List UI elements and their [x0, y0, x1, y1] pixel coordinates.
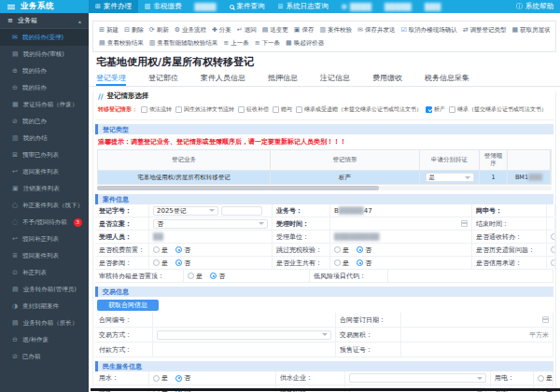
tab-tax-info-collect[interactable]: 税务信息采集	[425, 73, 469, 86]
topnav-system-help[interactable]: ⓘ系统帮助	[510, 0, 560, 13]
topnav-case-query[interactable]: 案件查询	[223, 0, 272, 13]
sidebar-item-my-todo-accept[interactable]: ✉我的待办(受理)	[0, 29, 89, 46]
evaluator-button[interactable]: ▦唤起评价器	[286, 39, 324, 48]
smart-doc-icon: ▥	[149, 39, 156, 47]
risk-value[interactable]	[388, 270, 553, 282]
checkbox-legal-document[interactable]: 因生效法律文书流转	[175, 105, 234, 114]
sidebar-item-returned-case-list[interactable]: ↩退回案件列表	[0, 163, 89, 180]
checkbox-property-division[interactable]: 析产	[426, 105, 445, 114]
radio-group-water[interactable]: 是否	[153, 373, 190, 383]
next-record-button[interactable]: ≡下一条	[255, 39, 280, 48]
return-button[interactable]: ↵退回	[237, 26, 257, 35]
cancel-onsite-confirm-button[interactable]: ☑取消办楼现场确认	[400, 26, 456, 35]
sidebar-item-correction-case-list-offline[interactable]: ○补正案件列表（线下）	[0, 197, 89, 214]
sidebar-item-done-box[interactable]: ⊘已办箱	[0, 348, 89, 365]
sidebar-item-cancel-case-list[interactable]: ▣注销案件列表	[0, 180, 89, 197]
app-window: 业务系统 ⊞案件办理 ▥非税缴费 ████ 案件查询 ☰系统日志查询 ●████…	[0, 0, 560, 392]
sidebar-item-my-done[interactable]: ⊘我的已办	[0, 113, 89, 130]
sidebar-item-my-closed[interactable]: ▥我的办结	[0, 130, 89, 147]
save-and-send-button[interactable]: ✉保存并发送	[357, 26, 395, 35]
target-icon: ⊙	[12, 269, 18, 276]
checkbox-gift[interactable]: 赠与	[273, 105, 292, 114]
tab-mortgage-info[interactable]: 抵押信息	[268, 73, 298, 86]
separate-cert-select[interactable]: 是	[426, 173, 474, 182]
sidebar-item-transfer-box-admin[interactable]: ▤业务转办箱(管理员)	[0, 281, 89, 298]
workflow-button[interactable]: ⚙业务流程	[175, 26, 206, 35]
save-button[interactable]: ▣保存	[294, 26, 315, 35]
checkbox-expropriation[interactable]: 征收补偿	[238, 105, 269, 114]
refresh-button[interactable]: ⟳刷新	[149, 26, 169, 35]
pay-mode-value[interactable]	[153, 343, 336, 357]
get-house-status-button[interactable]: ▦获取房屋状态	[512, 26, 550, 35]
radio-group-tax-first[interactable]: 是否	[153, 245, 190, 255]
end-time-label: 结束时间：	[472, 217, 547, 230]
case-check-button[interactable]: ▥案件校验	[319, 26, 352, 35]
view-smart-check-result-button[interactable]: ▥查看智能辅助校验结果	[149, 39, 218, 48]
checkbox-inherit-no-notary[interactable]: 继承或受遗赠（未提交继承公证书或司法文书）	[296, 105, 422, 114]
sidebar-item-reject-case-list[interactable]: ≣驳回案件列表	[0, 247, 89, 264]
sidebar-item-my-todo-review[interactable]: ▤我的待办(审核)	[0, 46, 89, 63]
tab-note-info[interactable]: 注记信息	[320, 73, 350, 86]
sidebar-item-seal-expire-cases[interactable]: ◑查封到期案件	[0, 298, 89, 315]
get-contract-info-button[interactable]: 获取合同信息	[97, 300, 159, 311]
reg-no-select[interactable]: 2025登记	[153, 206, 218, 216]
sidebar-item-correction-list[interactable]: ⊙补正列表	[0, 264, 89, 281]
view-check-result-button[interactable]: ▤查看校验结果	[99, 39, 144, 48]
new-button[interactable]: ⊞新建	[99, 26, 119, 35]
topnav-masked-3[interactable]: █████	[378, 0, 418, 13]
sidebar-item-reject-correction-list[interactable]: ↩驳回补正列表	[0, 231, 89, 247]
sidebar-item-preaudit-done-list[interactable]: ⊠预审已办列表	[0, 147, 89, 163]
split-case-button[interactable]: ✚分案	[212, 26, 231, 35]
doc4-icon: ▤	[12, 319, 19, 327]
send-change-button[interactable]: ▤送变更	[262, 26, 288, 35]
topnav-masked-2[interactable]: ●████	[335, 0, 378, 13]
sidebar-header[interactable]: ≡ 业务箱 ▴	[0, 13, 89, 29]
filed-field: 否	[149, 217, 273, 230]
radio-group-owner-share[interactable]: 是否	[334, 259, 371, 268]
water-co-select[interactable]	[349, 373, 486, 383]
table-horizontal-scrollbar[interactable]	[97, 186, 552, 190]
contract-date-field[interactable]	[401, 313, 553, 327]
reg-no-extra-input[interactable]	[221, 206, 262, 216]
history-label: 是否历史遗留问题：	[472, 244, 547, 256]
accept-time-field[interactable]	[330, 217, 472, 230]
services-section-bar: 民生服务信息	[95, 361, 553, 371]
contract-no-value[interactable]	[153, 313, 336, 327]
sidebar-item-my-todo-1[interactable]: ⊕我的待办	[0, 63, 89, 79]
radio-group-transfer[interactable]: 是否	[551, 232, 555, 242]
radio-group-history[interactable]: 是否	[551, 245, 555, 255]
workflow-icon: ⚙	[175, 26, 180, 34]
topnav-case-handling[interactable]: ⊞案件办理	[89, 0, 138, 13]
tab-registration-part[interactable]: 登记部位	[148, 73, 178, 86]
scrollbar-thumb[interactable]	[97, 186, 379, 190]
radio-group-power[interactable]: 是否	[538, 373, 553, 383]
regtype-table-row[interactable]: 宅基地使用权/房屋所有权转移登记 析产 是 1 BM1███	[98, 171, 551, 184]
sidebar-item-my-todo-2[interactable]: ⊖我的待办	[0, 79, 89, 96]
filed-select[interactable]: 否	[153, 219, 268, 229]
tab-case-person-info[interactable]: 案件人员信息	[201, 73, 245, 86]
tab-registration-accept[interactable]: 登记受理	[96, 73, 126, 86]
topnav-masked-4[interactable]: ███	[418, 0, 447, 13]
topnav-system-log-query[interactable]: ☰系统日志查询	[272, 0, 335, 13]
delete-button[interactable]: ⊟删除	[124, 26, 144, 35]
sidebar-item-refund-void[interactable]: ⊖退/补作废	[0, 331, 89, 348]
radio-group-skip-tax[interactable]: 是否	[334, 245, 371, 255]
topnav-nontax-payment[interactable]: ▥非税缴费	[138, 0, 189, 13]
trade-area-field[interactable]: 平方米	[401, 328, 553, 342]
trade-mode-select[interactable]	[157, 330, 331, 340]
topnav-masked-1[interactable]: ████	[189, 0, 223, 13]
radio-group-review[interactable]: 是否	[153, 259, 190, 268]
sidebar-item-cert-issue-box[interactable]: ▦发证待办箱（作废）	[0, 96, 89, 113]
sidebar-item-reject-box[interactable]: ◌不予/驳回待办箱3	[0, 214, 89, 231]
checkbox-legal-transfer[interactable]: 依法流转	[141, 105, 172, 114]
prev-record-button[interactable]: ≡上一条	[223, 39, 248, 48]
web-no-value[interactable]	[547, 204, 555, 217]
radio-group-pin[interactable]: 是否	[188, 272, 225, 281]
adjust-regtype-button[interactable]: ⇄调整登记类型	[463, 26, 507, 35]
menu-icon[interactable]	[7, 5, 15, 9]
tab-fee-collection[interactable]: 费用缴收	[372, 73, 402, 86]
checkbox-inherit-with-notary[interactable]: 继承（提交继承公证书或司法文书）	[449, 105, 547, 114]
sidebar-item-transfer-box-director[interactable]: ▤业务转办箱（所长）	[0, 315, 89, 331]
presale-value[interactable]	[401, 343, 553, 357]
radio-group-credit[interactable]: 是否	[551, 259, 555, 268]
